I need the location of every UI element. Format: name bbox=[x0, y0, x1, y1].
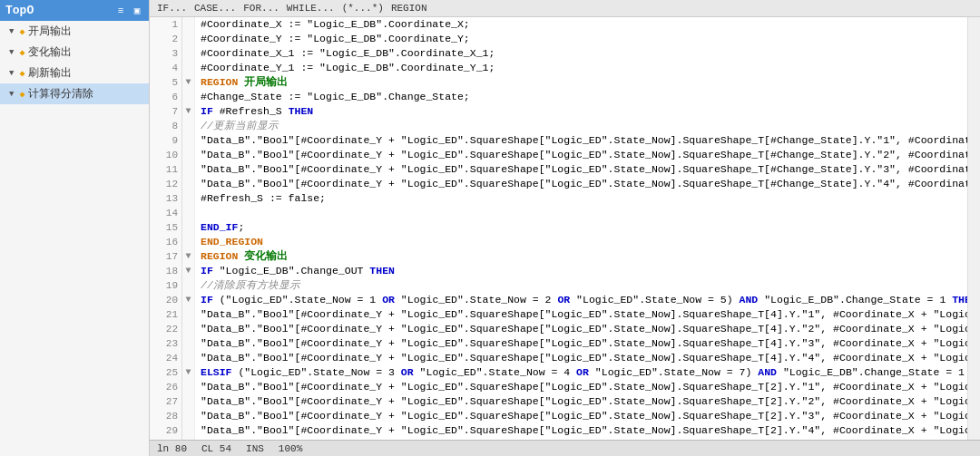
code-line-21: "Data_B"."Bool"[#Coordinate_Y + "Logic_E… bbox=[201, 307, 967, 322]
line-number-28: 28 bbox=[150, 409, 178, 423]
code-line-20: IF ("Logic_ED".State_Now = 1 OR "Logic_E… bbox=[201, 293, 967, 307]
toolbar-btn-5[interactable]: REGION bbox=[387, 1, 431, 15]
line-number-5: 5 bbox=[150, 75, 178, 90]
line-number-19: 19 bbox=[150, 278, 178, 293]
fold-icon-9 bbox=[182, 133, 194, 148]
sidebar-menu-icon[interactable]: ≡ bbox=[114, 5, 127, 17]
line-number-9: 9 bbox=[150, 133, 178, 148]
line-number-6: 6 bbox=[150, 90, 178, 104]
fold-icon-24 bbox=[182, 351, 194, 365]
code-line-8: //更新当前显示 bbox=[201, 119, 967, 133]
right-scrollbar-gutter bbox=[967, 17, 980, 440]
line-number-13: 13 bbox=[150, 191, 178, 206]
line-number-12: 12 bbox=[150, 177, 178, 191]
fold-icon-15 bbox=[182, 220, 194, 235]
sidebar-label-1: 变化输出 bbox=[28, 44, 143, 60]
sidebar-icon-0: ◆ bbox=[19, 26, 24, 37]
fold-icon-13 bbox=[182, 191, 194, 206]
editor-container: 1234567891011121314151617181920212223242… bbox=[150, 17, 980, 440]
fold-icon-11 bbox=[182, 162, 194, 177]
sidebar-arrow-2: ▼ bbox=[9, 69, 14, 78]
code-line-11: "Data_B"."Bool"[#Coordinate_Y + "Logic_E… bbox=[201, 162, 967, 177]
code-line-16: END_REGION bbox=[201, 235, 967, 249]
code-line-12: "Data_B"."Bool"[#Coordinate_Y + "Logic_E… bbox=[201, 177, 967, 191]
fold-icon-5[interactable]: ▼ bbox=[182, 75, 194, 90]
fold-icon-18[interactable]: ▼ bbox=[182, 264, 194, 278]
toolbar: IF...CASE...FOR...WHILE...(*...*)REGION bbox=[150, 0, 980, 17]
line-number-11: 11 bbox=[150, 162, 178, 177]
sidebar-item-1[interactable]: ▼◆变化输出 bbox=[0, 42, 149, 63]
code-line-23: "Data_B"."Bool"[#Coordinate_Y + "Logic_E… bbox=[201, 336, 967, 351]
line-number-21: 21 bbox=[150, 307, 178, 322]
code-line-3: #Coordinate_X_1 := "Logic_E_DB".Coordina… bbox=[201, 46, 967, 61]
sidebar-label-2: 刷新输出 bbox=[28, 65, 143, 81]
fold-icon-23 bbox=[182, 336, 194, 351]
toolbar-btn-4[interactable]: (*...*) bbox=[338, 1, 387, 15]
code-line-25: ELSIF ("Logic_ED".State_Now = 3 OR "Logi… bbox=[201, 365, 967, 380]
line-number-1: 1 bbox=[150, 17, 178, 32]
toolbar-btn-2[interactable]: FOR... bbox=[240, 1, 283, 15]
fold-icon-22 bbox=[182, 322, 194, 336]
line-numbers: 1234567891011121314151617181920212223242… bbox=[150, 17, 182, 440]
fold-icon-4 bbox=[182, 61, 194, 75]
toolbar-btn-1[interactable]: CASE... bbox=[191, 1, 240, 15]
code-line-19: //清除原有方块显示 bbox=[201, 278, 967, 293]
fold-icon-29 bbox=[182, 423, 194, 438]
code-line-15: END_IF; bbox=[201, 220, 967, 235]
code-line-27: "Data_B"."Bool"[#Coordinate_Y + "Logic_E… bbox=[201, 394, 967, 409]
fold-icon-1 bbox=[182, 17, 194, 32]
sidebar-header: TopO ≡ ▣ bbox=[0, 0, 149, 21]
sidebar-label-0: 开局输出 bbox=[28, 24, 143, 39]
fold-icon-14 bbox=[182, 206, 194, 220]
status-ln: ln 80 bbox=[157, 443, 187, 454]
sidebar-item-2[interactable]: ▼◆刷新输出 bbox=[0, 63, 149, 83]
fold-icon-2 bbox=[182, 32, 194, 46]
sidebar-item-3[interactable]: ▼◆计算得分清除 bbox=[0, 83, 149, 104]
line-number-23: 23 bbox=[150, 336, 178, 351]
fold-icon-20[interactable]: ▼ bbox=[182, 293, 194, 307]
fold-icon-25[interactable]: ▼ bbox=[182, 365, 194, 380]
line-number-24: 24 bbox=[150, 351, 178, 365]
code-line-5: REGION 开局输出 bbox=[201, 75, 967, 90]
sidebar-icon-2: ◆ bbox=[19, 68, 24, 79]
line-number-7: 7 bbox=[150, 104, 178, 119]
fold-icon-26 bbox=[182, 380, 194, 394]
sidebar: TopO ≡ ▣ ▼◆开局输出▼◆变化输出▼◆刷新输出▼◆计算得分清除 bbox=[0, 0, 150, 456]
line-number-16: 16 bbox=[150, 235, 178, 249]
code-area[interactable]: #Coordinate_X := "Logic_E_DB".Coordinate… bbox=[195, 17, 967, 440]
line-number-17: 17 bbox=[150, 249, 178, 264]
line-number-27: 27 bbox=[150, 394, 178, 409]
code-line-26: "Data_B"."Bool"[#Coordinate_Y + "Logic_E… bbox=[201, 380, 967, 394]
sidebar-title: TopO bbox=[5, 4, 34, 17]
sidebar-arrow-0: ▼ bbox=[9, 27, 14, 36]
line-number-3: 3 bbox=[150, 46, 178, 61]
line-number-10: 10 bbox=[150, 148, 178, 162]
line-number-22: 22 bbox=[150, 322, 178, 336]
sidebar-grid-icon[interactable]: ▣ bbox=[131, 5, 143, 17]
sidebar-items: ▼◆开局输出▼◆变化输出▼◆刷新输出▼◆计算得分清除 bbox=[0, 21, 149, 104]
line-number-26: 26 bbox=[150, 380, 178, 394]
line-number-18: 18 bbox=[150, 264, 178, 278]
sidebar-icon-1: ◆ bbox=[19, 47, 24, 58]
toolbar-btn-0[interactable]: IF... bbox=[153, 1, 191, 15]
status-ins: INS bbox=[246, 443, 264, 454]
sidebar-item-0[interactable]: ▼◆开局输出 bbox=[0, 21, 149, 42]
fold-icon-21 bbox=[182, 307, 194, 322]
code-line-6: #Change_State := "Logic_E_DB".Change_Sta… bbox=[201, 90, 967, 104]
fold-icon-16 bbox=[182, 235, 194, 249]
code-line-13: #Refresh_S := false; bbox=[201, 191, 967, 206]
sidebar-label-3: 计算得分清除 bbox=[28, 86, 143, 102]
code-line-7: IF #Refresh_S THEN bbox=[201, 104, 967, 119]
code-line-10: "Data_B"."Bool"[#Coordinate_Y + "Logic_E… bbox=[201, 148, 967, 162]
line-number-4: 4 bbox=[150, 61, 178, 75]
fold-icon-27 bbox=[182, 394, 194, 409]
line-number-8: 8 bbox=[150, 119, 178, 133]
code-line-2: #Coordinate_Y := "Logic_E_DB".Coordinate… bbox=[201, 32, 967, 46]
fold-icon-7[interactable]: ▼ bbox=[182, 104, 194, 119]
fold-icon-12 bbox=[182, 177, 194, 191]
toolbar-btn-3[interactable]: WHILE... bbox=[283, 1, 338, 15]
fold-icon-8 bbox=[182, 119, 194, 133]
status-zoom: 100% bbox=[279, 443, 302, 454]
fold-icon-3 bbox=[182, 46, 194, 61]
fold-icon-17[interactable]: ▼ bbox=[182, 249, 194, 264]
